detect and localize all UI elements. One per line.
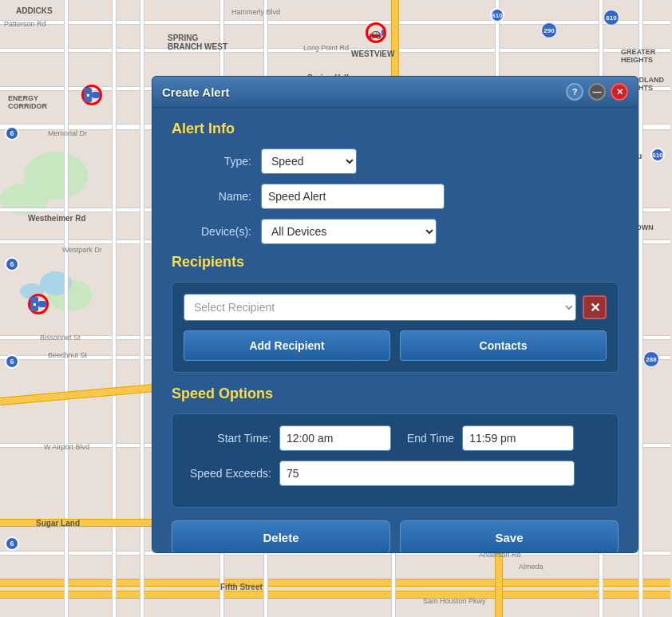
devices-label: Device(s): [172,225,251,238]
map-label-patterson: Patterson Rd [4,20,46,28]
map-label-westpark: Westpark Dr [62,246,102,254]
help-button[interactable]: ? [566,83,583,101]
time-row: Start Time: End Time [184,425,607,451]
map-label-energy: ENERGYCORRIDOR [8,94,47,110]
speed-options-title: Speed Options [172,386,619,402]
map-label-westheimer: Westheimer Rd [28,214,86,223]
badge-610b: 610 [490,8,504,22]
speed-options-box: Start Time: End Time Speed Exceeds: [172,413,619,508]
map-label-sam-houston: Sam Houston Pkwy [423,597,486,605]
map-label-westview: WESTVIEW [351,49,394,58]
vehicle-marker-3: ▪ [28,294,49,314]
badge-6-4: 6 [5,536,19,551]
map-label-fifth-street: Fifth Street [220,583,263,591]
speed-exceeds-input[interactable] [279,461,575,486]
dialog-titlebar: Create Alert ? — ✕ [152,76,638,108]
badge-288: 288 [643,351,659,367]
end-time-input[interactable] [462,425,574,451]
dialog-controls: ? — ✕ [566,83,628,101]
start-time-input[interactable] [279,425,391,451]
delete-button[interactable]: Delete [172,520,390,553]
map-label-memorial: Memorial Dr [48,129,87,137]
close-button[interactable]: ✕ [611,83,628,101]
devices-row: Device(s): All Devices Device 1 Device 2 [172,219,619,244]
map-label-sugar-land: Sugar Land [36,519,80,528]
recipient-buttons: Add Recipient Contacts [184,330,607,361]
start-time-label: Start Time: [184,432,271,445]
badge-6-2: 6 [5,257,19,271]
devices-select[interactable]: All Devices Device 1 Device 2 [261,219,437,244]
name-row: Name: [172,184,619,209]
type-label: Type: [172,155,251,168]
badge-290: 290 [541,22,557,38]
name-label: Name: [172,190,251,203]
map-label-hammerly: Hammerly Blvd [231,8,280,16]
end-time-label: End Time [407,432,454,445]
map-label-addicks: ADDICKS [16,6,53,15]
speed-exceeds-row: Speed Exceeds: [184,461,607,486]
type-select[interactable]: Speed Geofence Idle Maintenance [261,148,357,174]
recipient-select[interactable]: Select Recipient [184,294,576,321]
dialog-footer: Delete Save [172,520,619,553]
alert-info-title: Alert Info [172,121,619,137]
recipients-title: Recipients [172,254,619,271]
speed-exceeds-label: Speed Exceeds: [184,467,271,480]
vehicle-marker-1: 🚗 [366,22,386,43]
create-alert-dialog: Create Alert ? — ✕ Alert Info Type: Spee… [152,76,638,555]
badge-6-3: 6 [5,354,19,369]
vehicle-marker-2: ▪ [81,85,102,105]
type-row: Type: Speed Geofence Idle Maintenance [172,148,619,174]
map-label-long-point: Long Point Rd. [303,44,351,52]
map-label-greater: GREATERHEIGHTS [621,48,655,64]
map-label-spring-branch: SPRINGBRANCH WEST [168,34,227,51]
minimize-button[interactable]: — [588,83,606,101]
dialog-title: Create Alert [162,85,229,99]
map-label-beechnut: Beechnut St [48,351,87,359]
name-input[interactable] [261,184,445,209]
save-button[interactable]: Save [400,520,619,553]
map-label-almeda: Almeda [519,563,544,571]
badge-6-1: 6 [5,126,19,140]
badge-610c: 610 [650,148,665,162]
dialog-body: Alert Info Type: Speed Geofence Idle Mai… [152,108,638,553]
map-label-airport: W Airport Blvd [44,443,89,451]
recipient-row: Select Recipient ✕ [184,294,607,321]
add-recipient-button[interactable]: Add Recipient [184,330,390,361]
contacts-button[interactable]: Contacts [400,330,607,361]
remove-recipient-button[interactable]: ✕ [583,295,607,319]
map-label-bissonnet: Bissonnet St [40,334,81,342]
badge-610: 610 [603,10,619,26]
recipients-box: Select Recipient ✕ Add Recipient Contact… [172,282,619,373]
